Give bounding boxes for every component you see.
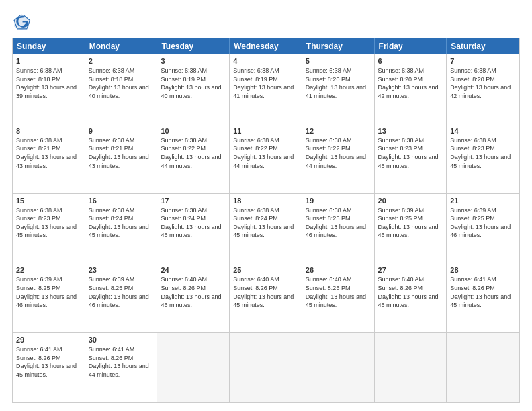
week-2: 8 Sunrise: 6:38 AMSunset: 8:21 PMDayligh… (13, 124, 519, 193)
day-cell-8: 8 Sunrise: 6:38 AMSunset: 8:21 PMDayligh… (13, 124, 85, 193)
day-cell-10: 10 Sunrise: 6:38 AMSunset: 8:22 PMDaylig… (157, 124, 230, 193)
day-number: 1 (16, 57, 81, 65)
day-info: Sunrise: 6:41 AMSunset: 8:26 PMDaylight:… (16, 345, 81, 379)
day-info: Sunrise: 6:38 AMSunset: 8:20 PMDaylight:… (378, 66, 443, 100)
day-info: Sunrise: 6:38 AMSunset: 8:22 PMDaylight:… (161, 136, 226, 170)
day-number: 12 (306, 127, 371, 135)
day-cell-13: 13 Sunrise: 6:38 AMSunset: 8:23 PMDaylig… (375, 124, 447, 193)
day-number: 23 (89, 266, 154, 274)
day-info: Sunrise: 6:38 AMSunset: 8:21 PMDaylight:… (89, 136, 154, 170)
header-day-wednesday: Wednesday (230, 38, 302, 54)
day-cell-26: 26 Sunrise: 6:40 AMSunset: 8:26 PMDaylig… (302, 263, 375, 332)
empty-cell (375, 333, 447, 402)
day-cell-24: 24 Sunrise: 6:40 AMSunset: 8:26 PMDaylig… (157, 263, 230, 332)
day-cell-7: 7 Sunrise: 6:38 AMSunset: 8:20 PMDayligh… (447, 54, 519, 124)
day-cell-25: 25 Sunrise: 6:40 AMSunset: 8:26 PMDaylig… (230, 263, 302, 332)
day-info: Sunrise: 6:38 AMSunset: 8:23 PMDaylight:… (16, 206, 81, 240)
day-cell-4: 4 Sunrise: 6:38 AMSunset: 8:19 PMDayligh… (230, 54, 302, 124)
day-cell-11: 11 Sunrise: 6:38 AMSunset: 8:22 PMDaylig… (230, 124, 302, 193)
day-cell-29: 29 Sunrise: 6:41 AMSunset: 8:26 PMDaylig… (13, 333, 85, 402)
day-number: 9 (89, 127, 154, 135)
day-info: Sunrise: 6:40 AMSunset: 8:26 PMDaylight:… (233, 275, 298, 309)
day-cell-30: 30 Sunrise: 6:41 AMSunset: 8:26 PMDaylig… (85, 333, 158, 402)
day-number: 2 (89, 57, 154, 65)
day-info: Sunrise: 6:38 AMSunset: 8:20 PMDaylight:… (306, 66, 371, 100)
day-number: 25 (233, 266, 298, 274)
day-number: 11 (233, 127, 298, 135)
header-day-monday: Monday (85, 38, 158, 54)
day-info: Sunrise: 6:38 AMSunset: 8:22 PMDaylight:… (233, 136, 298, 170)
week-1: 1 Sunrise: 6:38 AMSunset: 8:18 PMDayligh… (13, 54, 519, 124)
day-info: Sunrise: 6:38 AMSunset: 8:18 PMDaylight:… (89, 66, 154, 100)
empty-cell (447, 333, 519, 402)
day-number: 10 (161, 127, 226, 135)
day-info: Sunrise: 6:41 AMSunset: 8:26 PMDaylight:… (450, 275, 516, 309)
day-info: Sunrise: 6:38 AMSunset: 8:24 PMDaylight:… (161, 206, 226, 240)
day-info: Sunrise: 6:39 AMSunset: 8:25 PMDaylight:… (89, 275, 154, 309)
day-cell-1: 1 Sunrise: 6:38 AMSunset: 8:18 PMDayligh… (13, 54, 85, 124)
day-cell-19: 19 Sunrise: 6:38 AMSunset: 8:25 PMDaylig… (302, 194, 375, 263)
day-number: 5 (306, 57, 371, 65)
day-info: Sunrise: 6:40 AMSunset: 8:26 PMDaylight:… (306, 275, 371, 309)
day-number: 24 (161, 266, 226, 274)
day-number: 28 (450, 266, 516, 274)
day-number: 29 (16, 336, 81, 344)
day-number: 17 (161, 197, 226, 205)
day-info: Sunrise: 6:38 AMSunset: 8:21 PMDaylight:… (16, 136, 81, 170)
calendar: SundayMondayTuesdayWednesdayThursdayFrid… (12, 38, 520, 403)
header-day-thursday: Thursday (302, 38, 375, 54)
day-info: Sunrise: 6:38 AMSunset: 8:24 PMDaylight:… (233, 206, 298, 240)
day-info: Sunrise: 6:38 AMSunset: 8:18 PMDaylight:… (16, 66, 81, 100)
day-cell-17: 17 Sunrise: 6:38 AMSunset: 8:24 PMDaylig… (157, 194, 230, 263)
day-info: Sunrise: 6:38 AMSunset: 8:25 PMDaylight:… (306, 206, 371, 240)
day-number: 27 (378, 266, 443, 274)
day-info: Sunrise: 6:40 AMSunset: 8:26 PMDaylight:… (161, 275, 226, 309)
empty-cell (230, 333, 302, 402)
header (12, 12, 520, 31)
header-day-saturday: Saturday (447, 38, 519, 54)
header-day-sunday: Sunday (13, 38, 85, 54)
day-info: Sunrise: 6:39 AMSunset: 8:25 PMDaylight:… (450, 206, 516, 240)
day-cell-6: 6 Sunrise: 6:38 AMSunset: 8:20 PMDayligh… (375, 54, 447, 124)
day-number: 20 (378, 197, 443, 205)
day-info: Sunrise: 6:38 AMSunset: 8:23 PMDaylight:… (378, 136, 443, 170)
day-cell-2: 2 Sunrise: 6:38 AMSunset: 8:18 PMDayligh… (85, 54, 158, 124)
day-info: Sunrise: 6:39 AMSunset: 8:25 PMDaylight:… (16, 275, 81, 309)
day-number: 21 (450, 197, 516, 205)
day-cell-23: 23 Sunrise: 6:39 AMSunset: 8:25 PMDaylig… (85, 263, 158, 332)
calendar-body: 1 Sunrise: 6:38 AMSunset: 8:18 PMDayligh… (13, 54, 519, 402)
day-number: 30 (89, 336, 154, 344)
header-day-friday: Friday (375, 38, 447, 54)
day-info: Sunrise: 6:40 AMSunset: 8:26 PMDaylight:… (378, 275, 443, 309)
day-number: 26 (306, 266, 371, 274)
day-number: 13 (378, 127, 443, 135)
logo (12, 12, 34, 31)
calendar-header: SundayMondayTuesdayWednesdayThursdayFrid… (13, 38, 519, 54)
day-cell-3: 3 Sunrise: 6:38 AMSunset: 8:19 PMDayligh… (157, 54, 230, 124)
day-info: Sunrise: 6:38 AMSunset: 8:20 PMDaylight:… (450, 66, 516, 100)
day-number: 3 (161, 57, 226, 65)
empty-cell (157, 333, 230, 402)
week-4: 22 Sunrise: 6:39 AMSunset: 8:25 PMDaylig… (13, 263, 519, 332)
day-cell-5: 5 Sunrise: 6:38 AMSunset: 8:20 PMDayligh… (302, 54, 375, 124)
day-info: Sunrise: 6:38 AMSunset: 8:19 PMDaylight:… (233, 66, 298, 100)
day-cell-12: 12 Sunrise: 6:38 AMSunset: 8:22 PMDaylig… (302, 124, 375, 193)
day-number: 7 (450, 57, 516, 65)
day-cell-18: 18 Sunrise: 6:38 AMSunset: 8:24 PMDaylig… (230, 194, 302, 263)
day-number: 4 (233, 57, 298, 65)
week-5: 29 Sunrise: 6:41 AMSunset: 8:26 PMDaylig… (13, 332, 519, 402)
week-3: 15 Sunrise: 6:38 AMSunset: 8:23 PMDaylig… (13, 193, 519, 263)
day-number: 18 (233, 197, 298, 205)
empty-cell (302, 333, 375, 402)
day-cell-16: 16 Sunrise: 6:38 AMSunset: 8:24 PMDaylig… (85, 194, 158, 263)
day-info: Sunrise: 6:39 AMSunset: 8:25 PMDaylight:… (378, 206, 443, 240)
day-number: 14 (450, 127, 516, 135)
day-info: Sunrise: 6:41 AMSunset: 8:26 PMDaylight:… (89, 345, 154, 379)
day-number: 19 (306, 197, 371, 205)
day-cell-20: 20 Sunrise: 6:39 AMSunset: 8:25 PMDaylig… (375, 194, 447, 263)
logo-icon (12, 12, 31, 31)
day-number: 15 (16, 197, 81, 205)
day-number: 16 (89, 197, 154, 205)
day-info: Sunrise: 6:38 AMSunset: 8:23 PMDaylight:… (450, 136, 516, 170)
day-info: Sunrise: 6:38 AMSunset: 8:22 PMDaylight:… (306, 136, 371, 170)
